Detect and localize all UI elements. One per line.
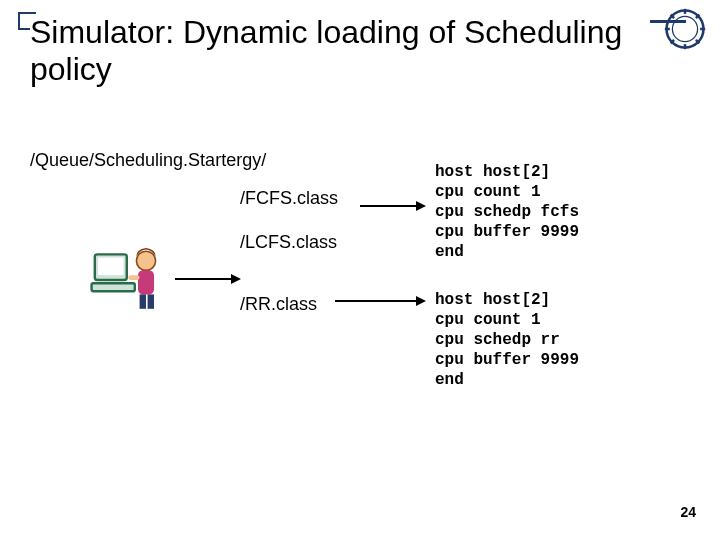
- svg-rect-16: [140, 294, 146, 308]
- user-at-computer-clipart: [90, 240, 170, 320]
- svg-point-1: [672, 16, 697, 41]
- slide-title: Simulator: Dynamic loading of Scheduling…: [30, 14, 650, 88]
- arrow-rr-to-rr-config: [335, 300, 418, 302]
- config-code-rr: host host[2] cpu count 1 cpu schedp rr c…: [435, 290, 579, 390]
- svg-rect-14: [138, 270, 154, 294]
- svg-rect-17: [148, 294, 154, 308]
- config-code-fcfs: host host[2] cpu count 1 cpu schedp fcfs…: [435, 162, 579, 262]
- institute-logo: [664, 8, 706, 50]
- class-file-lcfs: /LCFS.class: [240, 224, 338, 260]
- svg-rect-15: [128, 275, 139, 280]
- arrow-classlist-to-fcfs-config: [360, 205, 418, 207]
- svg-point-13: [136, 251, 155, 270]
- slide-number: 24: [680, 504, 696, 520]
- arrow-clipart-to-classlist: [175, 278, 233, 280]
- class-file-fcfs: /FCFS.class: [240, 180, 338, 216]
- class-file-list: /FCFS.class /LCFS.class /RR.class: [240, 180, 338, 330]
- svg-rect-12: [92, 283, 135, 291]
- svg-rect-11: [98, 258, 124, 276]
- slide-body: /Queue/Scheduling.Startergy/ /FCFS.class…: [30, 150, 700, 171]
- class-file-rr: /RR.class: [240, 286, 338, 322]
- folder-path: /Queue/Scheduling.Startergy/: [30, 150, 700, 171]
